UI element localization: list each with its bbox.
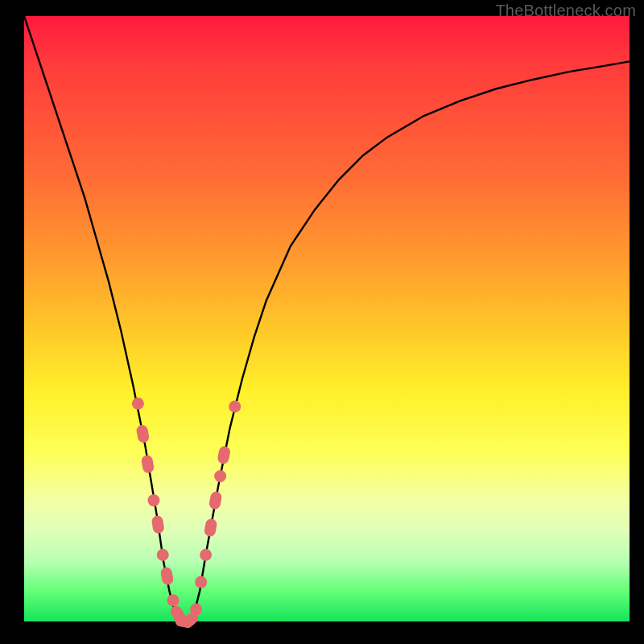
highlight-lozenge — [159, 566, 174, 585]
highlight-lozenge — [141, 454, 155, 473]
highlight-dot — [214, 470, 226, 482]
highlight-dot — [195, 576, 207, 588]
highlight-dot — [147, 494, 159, 506]
highlight-dot — [200, 549, 212, 561]
highlight-lozenge — [135, 424, 150, 444]
highlight-lozenge — [217, 445, 231, 464]
highlight-dot — [132, 398, 144, 410]
highlight-dot — [157, 549, 169, 561]
highlighted-points-group — [132, 398, 241, 630]
plot-area — [24, 16, 630, 621]
highlight-lozenge — [208, 491, 223, 510]
highlight-lozenge — [151, 515, 165, 535]
highlight-dot — [167, 594, 179, 606]
highlight-lozenge — [204, 518, 218, 537]
curve-svg — [24, 16, 630, 621]
highlight-dot — [190, 603, 202, 615]
highlight-dot — [229, 401, 241, 413]
chart-frame: TheBottleneck.com — [0, 0, 644, 644]
bottleneck-curve — [24, 16, 630, 621]
